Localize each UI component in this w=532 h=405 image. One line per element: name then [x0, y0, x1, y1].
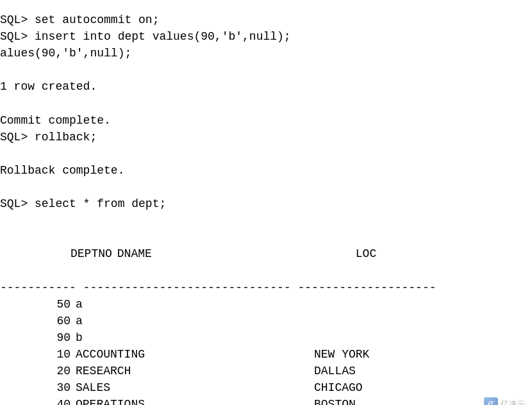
col-header-dname: DNAME — [112, 245, 356, 262]
table-row: 50a — [0, 296, 532, 313]
table-row: 20RESEARCHDALLAS — [0, 363, 532, 379]
deptno-40: 40 — [0, 396, 71, 405]
loc-newyork: NEW YORK — [314, 346, 369, 363]
sql-line-3: alues(90,'b',null); — [0, 45, 532, 62]
terminal-window: SQL> set autocommit on; SQL> insert into… — [0, 6, 532, 405]
deptno-30: 30 — [0, 379, 71, 396]
commit-complete-msg: Commit complete. — [0, 112, 532, 129]
dname-operations: OPERATIONS — [71, 396, 314, 405]
empty-line-5 — [0, 212, 532, 229]
deptno-20: 20 — [0, 363, 71, 379]
sql-line-1: SQL> set autocommit on; — [0, 12, 532, 28]
col-header-deptno: DEPTNO — [42, 245, 112, 262]
col-header-loc: LOC — [356, 245, 376, 262]
table-row: 40OPERATIONSBOSTON — [0, 396, 532, 405]
loc-chicago: CHICAGO — [314, 379, 363, 396]
deptno-50: 50 — [0, 296, 71, 313]
table-row: 10ACCOUNTINGNEW YORK — [0, 346, 532, 363]
table-row: 90b — [0, 329, 532, 346]
watermark-logo-icon: 亿 — [484, 397, 498, 405]
dname-a1: a — [71, 296, 314, 313]
select-cmd: SQL> select * from dept; — [0, 195, 532, 212]
table-row: 30SALESCHICAGO — [0, 379, 532, 396]
dname-accounting: ACCOUNTING — [71, 346, 314, 363]
dname-sales: SALES — [71, 379, 314, 396]
empty-line-4 — [0, 179, 532, 195]
deptno-60: 60 — [0, 313, 71, 329]
loc-boston: BOSTON — [314, 396, 356, 405]
loc-dallas: DALLAS — [314, 363, 356, 379]
rollback-cmd: SQL> rollback; — [0, 129, 532, 145]
dname-a2: a — [71, 313, 314, 329]
watermark-text: 亿速云 — [501, 399, 526, 405]
dname-b: b — [71, 329, 314, 346]
row-created-msg: 1 row created. — [0, 78, 532, 95]
empty-line-3 — [0, 145, 532, 162]
table-divider: ----------- ----------------------------… — [0, 279, 532, 296]
sql-line-2: SQL> insert into dept values(90,'b',null… — [0, 28, 532, 45]
table-row: 60a — [0, 313, 532, 329]
query-result-table: DEPTNODNAMELOC ----------- -------------… — [0, 229, 532, 405]
deptno-90: 90 — [0, 329, 71, 346]
rollback-complete-msg: Rollback complete. — [0, 162, 532, 179]
table-header-row: DEPTNODNAMELOC — [0, 229, 532, 279]
deptno-10: 10 — [0, 346, 71, 363]
empty-line-1 — [0, 62, 532, 78]
dname-research: RESEARCH — [71, 363, 314, 379]
watermark: 亿 亿速云 — [484, 397, 526, 405]
empty-line-2 — [0, 95, 532, 112]
